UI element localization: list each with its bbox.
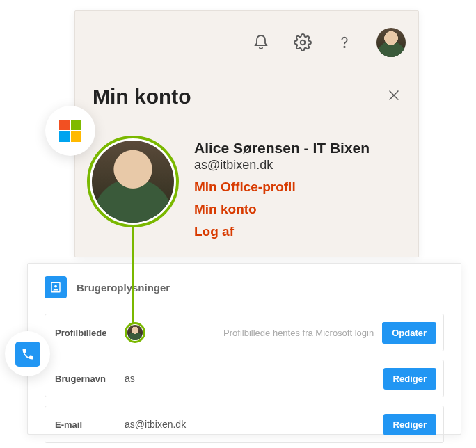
row-username: Brugernavn as Rediger <box>45 360 444 397</box>
link-my-account[interactable]: Min konto <box>194 202 370 217</box>
update-button[interactable]: Opdater <box>382 322 436 344</box>
top-icon-bar <box>251 28 406 57</box>
panel-header: Brugeroplysninger <box>45 276 444 298</box>
page-title: Min konto <box>93 85 191 109</box>
profile-name: Alice Sørensen - IT Bixen <box>194 140 370 157</box>
row-profile-picture: Profilbillede Profilbillede hentes fra M… <box>45 314 444 351</box>
edit-username-button[interactable]: Rediger <box>383 368 436 390</box>
hint-profile-picture: Profilbillede hentes fra Microsoft login <box>223 328 374 338</box>
profile-block: Alice Sørensen - IT Bixen as@itbixen.dk … <box>87 136 370 239</box>
profile-avatar <box>92 141 174 223</box>
avatar-ring <box>87 136 179 227</box>
link-logout[interactable]: Log af <box>194 224 370 239</box>
profile-text: Alice Sørensen - IT Bixen as@itbixen.dk … <box>194 136 370 239</box>
label-username: Brugernavn <box>55 374 125 384</box>
bell-icon[interactable] <box>251 33 271 52</box>
svg-point-0 <box>301 40 306 45</box>
avatar-mini-ring <box>125 322 145 343</box>
user-card-icon <box>45 276 67 298</box>
row-email: E-mail as@itbixen.dk Rediger <box>45 406 444 443</box>
header-avatar[interactable] <box>376 28 406 57</box>
label-email: E-mail <box>55 419 125 430</box>
avatar-mini <box>127 325 143 340</box>
value-email: as@itbixen.dk <box>125 419 383 430</box>
user-details-panel: Brugeroplysninger Profilbillede Profilbi… <box>27 263 461 435</box>
value-username: as <box>125 373 383 384</box>
microsoft-icon <box>59 120 81 142</box>
help-icon[interactable] <box>335 33 354 52</box>
label-profile-picture: Profilbillede <box>55 328 125 338</box>
edit-email-button[interactable]: Rediger <box>383 414 436 435</box>
gear-icon[interactable] <box>293 33 312 52</box>
phone-badge <box>5 331 50 376</box>
panel-title: Brugeroplysninger <box>77 282 170 294</box>
profile-email: as@itbixen.dk <box>194 158 370 173</box>
phone-icon[interactable] <box>15 342 40 367</box>
close-icon[interactable] <box>386 88 402 106</box>
link-office-profile[interactable]: Min Office-profil <box>194 179 370 195</box>
svg-point-5 <box>54 285 57 288</box>
connector-line <box>132 226 134 323</box>
svg-point-1 <box>344 47 344 47</box>
